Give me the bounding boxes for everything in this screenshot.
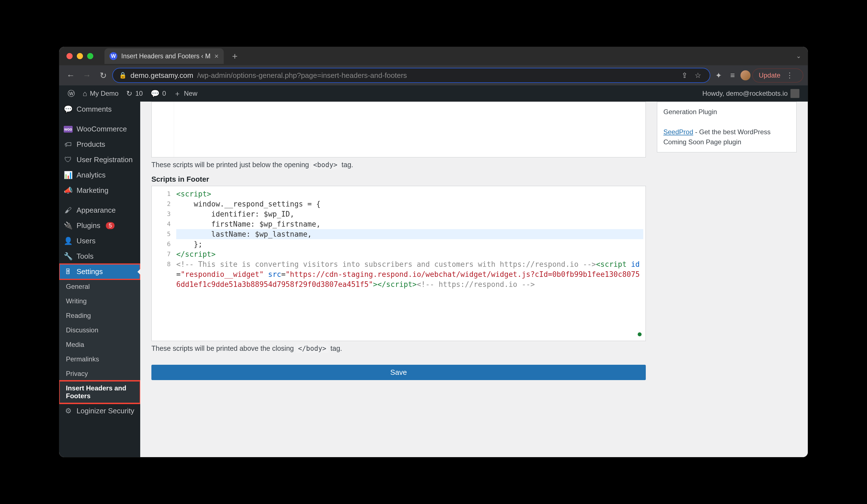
howdy-account-menu[interactable]: Howdy, demo@rocketbots.io — [698, 89, 803, 98]
menu-icon: 📣 — [64, 186, 73, 195]
footer-help-text: These scripts will be printed above the … — [151, 344, 646, 352]
code-line: identifier: $wp_ID, — [176, 209, 643, 219]
browser-window: W Insert Headers and Footers ‹ M × + ⌄ ←… — [59, 47, 808, 457]
count-badge: 5 — [106, 222, 115, 229]
maximize-window-button[interactable] — [87, 53, 93, 59]
sidebar-item-analytics[interactable]: 📊Analytics — [59, 167, 140, 183]
sidebar-item-comments[interactable]: 💬Comments — [59, 101, 140, 117]
profile-avatar[interactable] — [740, 70, 750, 80]
sidebar-item-label: Analytics — [76, 171, 106, 179]
address-bar[interactable]: 🔒 demo.getsamy.com/wp-admin/options-gene… — [112, 68, 710, 83]
sidebar-item-label: Tools — [76, 252, 94, 261]
close-tab-button[interactable]: × — [215, 52, 219, 61]
submenu-item-insert-headers-and-footers[interactable]: Insert Headers and Footers — [59, 381, 140, 403]
lock-icon: 🔒 — [119, 72, 127, 79]
submenu-item-reading[interactable]: Reading — [59, 308, 140, 323]
submenu-item-general[interactable]: General — [59, 280, 140, 294]
sidebar-item-label: Plugins — [76, 221, 100, 230]
sidebar-item-plugins[interactable]: 🔌Plugins5 — [59, 218, 140, 233]
back-button[interactable]: ← — [64, 68, 78, 82]
user-avatar — [791, 89, 800, 98]
save-button[interactable]: Save — [151, 365, 646, 380]
forward-button[interactable]: → — [80, 68, 94, 82]
chrome-tab-bar: W Insert Headers and Footers ‹ M × + ⌄ — [59, 47, 808, 65]
sidebar-item-settings[interactable]: 🎚Settings — [59, 264, 140, 280]
sidebar-item-user-registration[interactable]: 🛡User Registration — [59, 152, 140, 167]
sidebar-item-label: Appearance — [76, 206, 116, 215]
comments-menu[interactable]: 💬0 — [147, 85, 170, 101]
home-icon: ⌂ — [83, 89, 87, 98]
submenu-item-writing[interactable]: Writing — [59, 294, 140, 308]
sidebar-item-loginizer-security[interactable]: ⚙Loginizer Security — [59, 403, 140, 419]
scripts-in-body-editor[interactable] — [151, 101, 646, 157]
menu-icon: 📊 — [64, 171, 73, 179]
admin-menu: 💬CommentswooWooCommerce🏷Products🛡User Re… — [59, 101, 140, 457]
submenu-item-discussion[interactable]: Discussion — [59, 323, 140, 337]
close-window-button[interactable] — [66, 53, 73, 59]
code-content: <script> window.__respond_settings = { i… — [174, 186, 645, 341]
new-content-menu[interactable]: ＋New — [170, 85, 201, 101]
menu-icon: 👤 — [64, 237, 73, 245]
new-tab-button[interactable]: + — [224, 51, 246, 62]
wp-logo-menu[interactable]: ⓦ — [64, 85, 79, 101]
sidebar-item-label: Loginizer Security — [76, 407, 135, 415]
menu-icon: 🖌 — [64, 206, 73, 215]
minimize-window-button[interactable] — [77, 53, 83, 59]
tab-list-button[interactable]: ⌄ — [793, 53, 804, 60]
share-icon[interactable]: ⇪ — [679, 71, 690, 80]
reload-button[interactable]: ↻ — [96, 68, 110, 82]
url-host: demo.getsamy.com — [130, 71, 193, 80]
footer-section-label: Scripts in Footer — [151, 175, 646, 184]
updates-icon: ↻ — [126, 89, 132, 98]
code-line: window.__respond_settings = { — [176, 199, 643, 209]
reading-list-icon[interactable]: ≡ — [727, 69, 739, 81]
sidebar-item-label: WooCommerce — [76, 125, 127, 133]
plus-icon: ＋ — [174, 89, 181, 99]
side-widget: Generation Plugin SeedProd - Get the bes… — [657, 101, 796, 152]
wordpress-favicon: W — [109, 52, 117, 60]
sidebar-item-appearance[interactable]: 🖌Appearance — [59, 202, 140, 218]
submenu-item-privacy[interactable]: Privacy — [59, 366, 140, 381]
wp-admin-bar: ⓦ ⌂My Demo ↻10 💬0 ＋New Howdy, demo@rocke… — [59, 85, 808, 101]
url-path: /wp-admin/options-general.php?page=inser… — [197, 71, 407, 80]
chrome-nav-bar: ← → ↻ 🔒 demo.getsamy.com/wp-admin/option… — [59, 65, 808, 85]
woocommerce-icon: woo — [64, 126, 73, 133]
sidebar-item-label: Marketing — [76, 186, 108, 195]
menu-icon: 🛡 — [64, 155, 73, 164]
code-line: <script> — [176, 189, 643, 199]
page-content: These scripts will be printed just below… — [140, 101, 808, 457]
submenu-item-permalinks[interactable]: Permalinks — [59, 352, 140, 366]
sidebar-item-users[interactable]: 👤Users — [59, 233, 140, 249]
code-line: </script> — [176, 249, 643, 259]
sidebar-item-label: Users — [76, 237, 96, 245]
sidebar-item-tools[interactable]: 🔧Tools — [59, 249, 140, 264]
sidebar-item-products[interactable]: 🏷Products — [59, 137, 140, 152]
body-help-text: These scripts will be printed just below… — [151, 161, 646, 169]
browser-tab[interactable]: W Insert Headers and Footers ‹ M × — [105, 48, 224, 64]
sidebar-item-woocommerce[interactable]: wooWooCommerce — [59, 121, 140, 137]
sidebar-item-label: User Registration — [76, 155, 133, 164]
kebab-icon: ⋮ — [783, 71, 796, 80]
code-line: <!-- This site is converting visitors in… — [176, 259, 643, 289]
sidebar-item-label: Comments — [76, 105, 112, 113]
wordpress-icon: ⓦ — [67, 89, 75, 99]
code-line: }; — [176, 239, 643, 249]
active-arrow-icon — [137, 269, 140, 275]
browser-update-button[interactable]: Update⋮ — [752, 68, 803, 83]
updates-menu[interactable]: ↻10 — [122, 85, 147, 101]
status-dot-icon — [638, 332, 642, 336]
scripts-in-footer-editor[interactable]: 12345678 <script> window.__respond_setti… — [151, 186, 646, 341]
bookmark-icon[interactable]: ☆ — [693, 71, 704, 80]
window-controls — [63, 53, 93, 59]
code-line: lastName: $wp_lastname, — [176, 229, 643, 239]
tab-title: Insert Headers and Footers ‹ M — [121, 53, 211, 60]
menu-icon: 🔧 — [64, 252, 73, 261]
line-gutter: 12345678 — [152, 186, 174, 341]
seedprod-link[interactable]: SeedProd — [663, 128, 693, 136]
extensions-icon[interactable]: ✦ — [713, 69, 725, 81]
sidebar-item-label: Settings — [76, 267, 103, 276]
site-name-menu[interactable]: ⌂My Demo — [79, 85, 122, 101]
sidebar-item-marketing[interactable]: 📣Marketing — [59, 183, 140, 198]
submenu-item-media[interactable]: Media — [59, 337, 140, 352]
code-line: firstName: $wp_firstname, — [176, 219, 643, 229]
